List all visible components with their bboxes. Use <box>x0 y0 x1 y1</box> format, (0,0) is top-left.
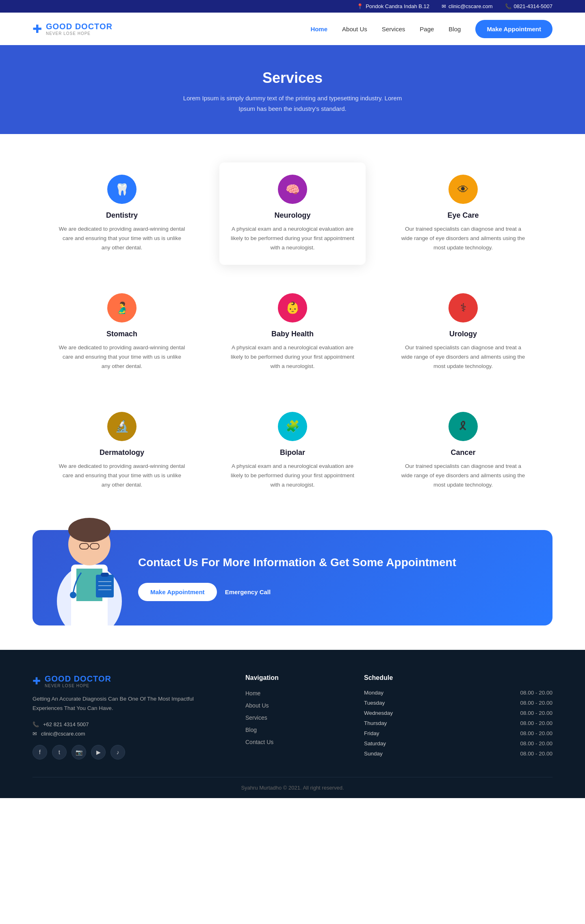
schedule-hours: 08.00 - 20.00 <box>520 700 552 706</box>
footer-nav-link[interactable]: Home <box>245 690 260 697</box>
service-description: We are dedicated to providing award-winn… <box>58 225 185 253</box>
service-name: Baby Health <box>229 330 356 338</box>
logo-name: GOOD DOCTOR <box>46 22 113 31</box>
service-name: Stomach <box>58 330 185 338</box>
tiktok-button[interactable]: ♪ <box>110 745 125 760</box>
footer-email: clinic@cscare.com <box>41 731 85 737</box>
service-name: Dermatology <box>58 448 185 457</box>
service-icon: 🧩 <box>278 412 307 441</box>
footer-logo-name: GOOD DOCTOR <box>45 674 111 684</box>
schedule-row: Thursday08.00 - 20.00 <box>364 720 552 726</box>
service-icon: 🫃 <box>107 293 136 322</box>
service-description: We are dedicated to providing award-winn… <box>58 343 185 371</box>
schedule-row: Friday08.00 - 20.00 <box>364 730 552 736</box>
service-card-bipolar: 🧩 Bipolar A physical exam and a neurolog… <box>219 400 366 502</box>
schedule-day: Tuesday <box>364 700 385 706</box>
schedule-row: Wednesday08.00 - 20.00 <box>364 710 552 716</box>
copyright-text: Syahru Murtadho © 2021. All right reserv… <box>241 785 344 791</box>
footer-about-col: ✚ GOOD DOCTOR NEVER LOSE HOPE Getting An… <box>32 674 221 761</box>
schedule-hours: 08.00 - 20.00 <box>520 751 552 757</box>
schedule-row: Saturday08.00 - 20.00 <box>364 740 552 747</box>
footer: ✚ GOOD DOCTOR NEVER LOSE HOPE Getting An… <box>0 650 585 798</box>
schedule-day: Sunday <box>364 751 383 757</box>
footer-nav-link[interactable]: Services <box>245 714 267 721</box>
facebook-button[interactable]: f <box>32 745 47 760</box>
nav-home[interactable]: Home <box>310 26 327 32</box>
schedule-day: Wednesday <box>364 710 393 716</box>
hero-title: Services <box>32 69 552 87</box>
schedule-hours: 08.00 - 20.00 <box>520 730 552 736</box>
service-icon: 🎗 <box>448 412 478 441</box>
hero-subtitle: Lorem Ipsum is simply dummy text of the … <box>179 93 406 114</box>
service-name: Neurology <box>229 211 356 220</box>
schedule-day: Monday <box>364 690 384 696</box>
footer-phone-item: 📞 +62 821 4314 5007 <box>32 721 221 727</box>
cta-heading: Contact Us For More Information & Get So… <box>138 554 520 570</box>
phone-icon: 📞 <box>505 3 511 9</box>
instagram-button[interactable]: 📷 <box>72 745 86 760</box>
service-card-dentistry: 🦷 Dentistry We are dedicated to providin… <box>49 162 195 265</box>
footer-nav-link[interactable]: Contact Us <box>245 739 273 745</box>
service-card-cancer: 🎗 Cancer Our trained specialists can dia… <box>390 400 536 502</box>
footer-nav-link[interactable]: Blog <box>245 727 257 733</box>
service-name: Cancer <box>400 448 526 457</box>
service-description: Our trained specialists can diagnose and… <box>400 462 526 490</box>
service-name: Dentistry <box>58 211 185 220</box>
service-icon: 👁 <box>448 175 478 204</box>
footer-email-icon: ✉ <box>32 731 37 737</box>
footer-nav-item: Contact Us <box>245 738 340 746</box>
footer-email-item: ✉ clinic@cscare.com <box>32 731 221 737</box>
address-text: Pondok Candra Indah B.12 <box>366 3 429 9</box>
schedule-day: Saturday <box>364 740 386 747</box>
schedule-hours: 08.00 - 20.00 <box>520 720 552 726</box>
service-name: Bipolar <box>229 448 356 457</box>
services-grid: 🦷 Dentistry We are dedicated to providin… <box>49 162 536 502</box>
topbar-email: ✉ clinic@cscare.com <box>442 3 493 9</box>
cta-make-appointment-button[interactable]: Make Appointment <box>138 583 217 601</box>
nav-blog[interactable]: Blog <box>448 26 461 32</box>
topbar: 📍 Pondok Candra Indah B.12 ✉ clinic@csca… <box>0 0 585 13</box>
footer-nav-item: About Us <box>245 702 340 709</box>
service-card-urology: ⚕ Urology Our trained specialists can di… <box>390 281 536 383</box>
service-description: Our trained specialists can diagnose and… <box>400 343 526 371</box>
nav-about[interactable]: About Us <box>342 26 367 32</box>
footer-about-text: Getting An Accurate Diagnosis Can Be One… <box>32 695 221 713</box>
svg-rect-10 <box>101 573 109 577</box>
service-description: A physical exam and a neurological evalu… <box>229 462 356 490</box>
schedule-row: Sunday08.00 - 20.00 <box>364 751 552 757</box>
footer-nav-list: HomeAbout UsServicesBlogContact Us <box>245 690 340 746</box>
cta-buttons: Make Appointment Emergency Call <box>138 583 520 601</box>
schedule-day: Thursday <box>364 720 387 726</box>
service-icon: 🦷 <box>107 175 136 204</box>
footer-nav-item: Services <box>245 714 340 721</box>
schedule-day: Friday <box>364 730 379 736</box>
service-icon: 🧠 <box>278 175 307 204</box>
schedule-row: Tuesday08.00 - 20.00 <box>364 700 552 706</box>
logo-tagline: NEVER LOSE HOPE <box>46 31 113 36</box>
footer-phone-icon: 📞 <box>32 721 39 727</box>
youtube-button[interactable]: ▶ <box>91 745 106 760</box>
hero-section: Services Lorem Ipsum is simply dummy tex… <box>0 45 585 134</box>
logo: ✚ GOOD DOCTOR NEVER LOSE HOPE <box>32 22 113 36</box>
topbar-phone: 📞 0821-4314-5007 <box>505 3 552 9</box>
doctor-illustration <box>41 487 138 625</box>
service-card-stomach: 🫃 Stomach We are dedicated to providing … <box>49 281 195 383</box>
svg-point-4 <box>68 518 110 542</box>
service-card-neurology: 🧠 Neurology A physical exam and a neurol… <box>219 162 366 265</box>
service-icon: 👶 <box>278 293 307 322</box>
footer-nav-col: Navigation HomeAbout UsServicesBlogConta… <box>245 674 340 761</box>
make-appointment-button[interactable]: Make Appointment <box>475 20 552 38</box>
footer-logo: ✚ GOOD DOCTOR NEVER LOSE HOPE <box>32 674 221 688</box>
cta-emergency-call-button[interactable]: Emergency Call <box>225 589 271 595</box>
service-card-baby-health: 👶 Baby Health A physical exam and a neur… <box>219 281 366 383</box>
email-text: clinic@cscare.com <box>448 3 493 9</box>
schedule-hours: 08.00 - 20.00 <box>520 740 552 747</box>
nav-page[interactable]: Page <box>420 26 434 32</box>
twitter-button[interactable]: t <box>52 745 67 760</box>
nav-services[interactable]: Services <box>382 26 405 32</box>
service-description: A physical exam and a neurological evalu… <box>229 225 356 253</box>
footer-nav-link[interactable]: About Us <box>245 702 269 709</box>
service-description: We are dedicated to providing award-winn… <box>58 462 185 490</box>
phone-text: 0821-4314-5007 <box>514 3 552 9</box>
footer-logo-icon: ✚ <box>32 675 41 687</box>
